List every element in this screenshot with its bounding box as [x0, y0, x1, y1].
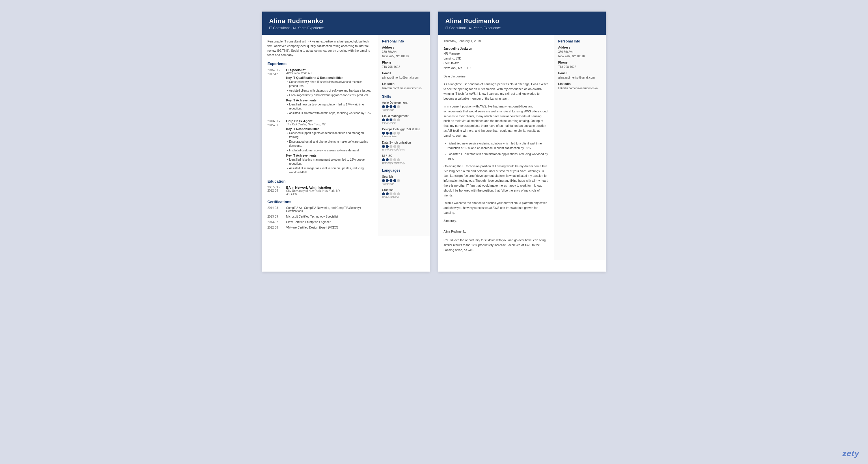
- address-label: Address: [382, 46, 426, 49]
- cover-phone-value: 718-708-1622: [558, 65, 602, 69]
- cert-entry-2: 2013-09 Microsoft Certified Technology S…: [268, 215, 372, 218]
- bullet: Identified new parts-ordering solution, …: [286, 103, 372, 111]
- exp-entry-1: 2015-01 - 2017-12 IT Specialist AWS, New…: [268, 68, 372, 116]
- exp-sub-title-1-0: Key IT Qualifications & Responsibilities: [286, 76, 372, 80]
- edu-degree-1: BA in Network Administration: [286, 186, 372, 189]
- cover-linkedin-value: linkedin.com/in/alinarudimenko: [558, 86, 602, 90]
- phone-label: Phone: [382, 61, 426, 64]
- personal-info-title: Personal Info: [382, 39, 426, 44]
- cert-entry-3: 2013-07 Citrix Certified Enterprise Engi…: [268, 221, 372, 224]
- bullet: Coached newly-hired IT specialists on ad…: [286, 80, 372, 88]
- cert-entry-4: 2012-08 VMware Certified Design Expert (…: [268, 226, 372, 229]
- cover-date: Thursday, February 1, 2018: [443, 39, 549, 43]
- exp-bullets-2-0: Coached support agents on technical duti…: [286, 131, 372, 152]
- bullet: Instituted customer survey to assess sof…: [286, 148, 372, 152]
- resume-header: Alina Rudimenko IT Consultant - 4+ Years…: [262, 11, 430, 35]
- skills-container: Agile DevelopmentAdvancedCloud Managemen…: [382, 101, 426, 165]
- cover-address-value: 350 5th Ave New York, NY 10118: [558, 50, 602, 58]
- experience-section-title: Experience: [268, 61, 372, 66]
- cover-para-1: As a longtime user and fan of Lansing's …: [443, 82, 549, 101]
- resume-name: Alina Rudimenko: [269, 17, 423, 25]
- exp-bullets-2-1: Identified ticketing management solution…: [286, 158, 372, 174]
- cover-linkedin-label: LinkedIn: [558, 82, 602, 86]
- cert-entry-1: 2014-08 CompTIA A+, CompTIA Network+, an…: [268, 206, 372, 213]
- cover-name: Alina Rudimenko: [445, 17, 599, 25]
- resume-intro: Personable IT consultant with 4+ years e…: [268, 39, 372, 58]
- skill-item: Agile DevelopmentAdvanced: [382, 101, 426, 111]
- cert-date-1: 2014-08: [268, 206, 283, 213]
- document-container: Alina Rudimenko IT Consultant - 4+ Years…: [262, 11, 606, 271]
- certifications-section-title: Certifications: [268, 200, 372, 204]
- zety-watermark: zety: [843, 449, 859, 458]
- cover-ps: P.S. I'd love the opportunity to sit dow…: [443, 238, 549, 252]
- recipient-address2: New York, NY 10118: [443, 66, 471, 69]
- edu-gpa-1: 3.9 GPA: [286, 193, 372, 196]
- recipient-name: Jacqueline Jackson: [443, 47, 472, 50]
- cover-email-value: alina.rudimenko@gmail.com: [558, 76, 602, 80]
- language-item: SpanishAdvanced: [382, 175, 426, 185]
- skill-item: Devops Debugger 5000 UseIntermediate: [382, 127, 426, 138]
- exp-details-1: IT Specialist AWS, New York, NY Key IT Q…: [286, 68, 372, 116]
- cover-para-4: I would welcome the chance to discuss yo…: [443, 201, 549, 215]
- cover-phone-label: Phone: [558, 61, 602, 64]
- exp-company-1: AWS, New York, NY: [286, 71, 372, 75]
- address-value: 350 5th Ave New York, NY 10118: [382, 50, 426, 58]
- cover-salutation: Dear Jacqueline,: [443, 74, 549, 79]
- cover-recipient: Jacqueline Jackson HR Manager Lansing, L…: [443, 46, 549, 70]
- language-item: CroatianConversational: [382, 188, 426, 199]
- resume-body: Personable IT consultant with 4+ years e…: [262, 35, 430, 236]
- email-value: alina.rudimenko@gmail.com: [382, 76, 426, 80]
- exp-bullets-1-1: Identified new parts-ordering solution, …: [286, 103, 372, 115]
- cover-personal-info-title: Personal Info: [558, 39, 602, 44]
- cert-name-4: VMware Certified Design Expert (VCDX): [286, 226, 372, 229]
- email-label: E-mail: [382, 71, 426, 75]
- cover-para-2: In my current position with AWS, I've ha…: [443, 104, 549, 138]
- cover-address-label: Address: [558, 46, 602, 49]
- cover-sidebar: Personal Info Address 350 5th Ave New Yo…: [554, 35, 606, 260]
- bullet: Encouraged email and phone clients to ma…: [286, 140, 372, 148]
- exp-date-2: 2013-01 - 2015-01: [268, 119, 283, 175]
- cover-para-3: Obtaining the IT technician position at …: [443, 164, 549, 198]
- edu-details-1: BA in Network Administration City Univer…: [286, 186, 372, 196]
- cert-name-2: Microsoft Certified Technology Specialis…: [286, 215, 372, 218]
- resume-title: IT Consultant - 4+ Years Experience: [269, 26, 423, 30]
- cover-body: Thursday, February 1, 2018 Jacqueline Ja…: [438, 35, 606, 260]
- recipient-company: Lansing, LTD: [443, 57, 461, 60]
- linkedin-label: LinkedIn: [382, 82, 426, 86]
- exp-date-1: 2015-01 - 2017-12: [268, 68, 283, 116]
- phone-value: 718-708-1622: [382, 65, 426, 69]
- education-section-title: Education: [268, 179, 372, 183]
- edu-entry-1: 2007-09 - 2012-05 BA in Network Administ…: [268, 186, 372, 196]
- bullet: Encouraged timely and relevant upgrades …: [286, 93, 372, 97]
- cert-name-1: CompTIA A+, CompTIA Network+, and CompTI…: [286, 206, 372, 213]
- exp-details-2: Help Desk Agent The Kall Center, New Yor…: [286, 119, 372, 175]
- cover-header: Alina Rudimenko IT Consultant - 4+ Years…: [438, 11, 606, 35]
- exp-sub-title-1-1: Key IT Achievements: [286, 98, 372, 102]
- bullet: Assisted IT director with admin apps, re…: [286, 111, 372, 115]
- skills-title: Skills: [382, 94, 426, 98]
- languages-container: SpanishAdvancedCroatianConversational: [382, 175, 426, 199]
- cover-letter-document: Alina Rudimenko IT Consultant - 4+ Years…: [438, 11, 606, 271]
- resume-document: Alina Rudimenko IT Consultant - 4+ Years…: [262, 11, 430, 271]
- bullet: Coached support agents on technical duti…: [286, 131, 372, 139]
- exp-title-1: IT Specialist: [286, 68, 372, 71]
- bullet: Assisted IT manager as client liaison on…: [286, 167, 372, 174]
- cert-date-2: 2013-09: [268, 215, 283, 218]
- exp-title-2: Help Desk Agent: [286, 119, 372, 123]
- exp-sub-title-2-0: Key IT Responsibilities: [286, 127, 372, 130]
- cover-email-label: E-mail: [558, 71, 602, 75]
- resume-main: Personable IT consultant with 4+ years e…: [262, 35, 378, 236]
- exp-entry-2: 2013-01 - 2015-01 Help Desk Agent The Ka…: [268, 119, 372, 175]
- recipient-address1: 350 5th Ave: [443, 61, 459, 65]
- edu-date-1: 2007-09 - 2012-05: [268, 186, 283, 196]
- exp-company-2: The Kall Center, New York, NY: [286, 123, 372, 126]
- cover-bullets: I identified new service-ordering soluti…: [443, 141, 549, 162]
- edu-school-1: City University of New York, New York, N…: [286, 189, 372, 193]
- skill-item: UI / UXWorking Proficiency: [382, 154, 426, 165]
- exp-sub-title-2-1: Key IT Achievements: [286, 154, 372, 157]
- cover-bullet-2: I assisted IT director with administrati…: [443, 152, 549, 162]
- cert-date-3: 2013-07: [268, 221, 283, 224]
- cert-date-4: 2012-08: [268, 226, 283, 229]
- recipient-title: HR Manager: [443, 52, 461, 55]
- cover-main: Thursday, February 1, 2018 Jacqueline Ja…: [438, 35, 554, 260]
